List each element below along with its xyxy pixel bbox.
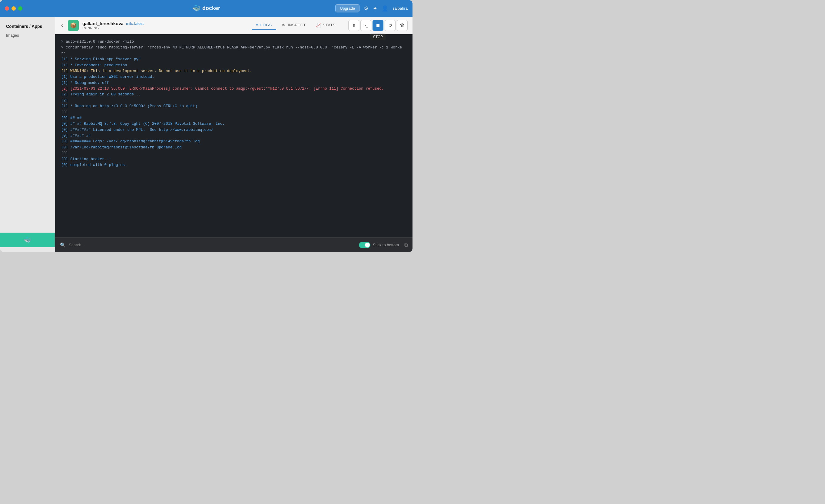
search-icon: 🔍 bbox=[60, 242, 66, 248]
delete-icon: 🗑 bbox=[400, 23, 404, 28]
stick-to-bottom-control: Stick to bottom bbox=[359, 242, 399, 248]
container-name: gallant_tereshkova bbox=[82, 21, 124, 26]
stop-button[interactable]: ⏹ STOP bbox=[373, 20, 383, 31]
terminal-line: [0] ######### Licensed under the MPL. Se… bbox=[61, 127, 406, 133]
restart-button[interactable]: ↺ Restart bbox=[385, 20, 395, 31]
cli-icon: >_ bbox=[363, 23, 368, 27]
terminal-line: [2] Trying again in 2.00 seconds... bbox=[61, 92, 406, 97]
docker-whale-icon: 🐳 bbox=[192, 5, 201, 12]
main-content: ‹ 📦 gallant_tereshkova milo:latest RUNNI… bbox=[55, 17, 412, 252]
terminal-line: [1] * Running on http://0.0.0.0:5000/ (P… bbox=[61, 103, 406, 110]
tab-stats[interactable]: 📈 STATS bbox=[311, 21, 340, 30]
docker-label: docker bbox=[202, 5, 220, 11]
tab-inspect[interactable]: 👁 INSPECT bbox=[278, 21, 310, 30]
container-header: ‹ 📦 gallant_tereshkova milo:latest RUNNI… bbox=[55, 17, 412, 34]
search-bar: 🔍 Stick to bottom ⧉ bbox=[55, 237, 412, 252]
open-browser-icon: ⬆ bbox=[352, 22, 356, 28]
terminal-line: [0] bbox=[61, 110, 406, 116]
terminal-line: [0] ## ## RabbitMQ 3.7.8. Copyright (C) … bbox=[61, 121, 406, 127]
settings-icon[interactable]: ⚙ bbox=[364, 5, 369, 12]
terminal-line: [2] bbox=[61, 98, 406, 103]
stats-tab-icon: 📈 bbox=[316, 23, 321, 27]
container-info: gallant_tereshkova milo:latest RUNNING bbox=[82, 21, 144, 30]
close-button[interactable] bbox=[5, 6, 9, 11]
sidebar-item-containers[interactable]: Containers / Apps bbox=[0, 21, 55, 31]
titlebar-right: Upgrade ⚙ ✦ 👤 salbahra bbox=[335, 4, 408, 12]
terminal-line: [0] Starting broker... bbox=[61, 157, 406, 162]
container-icon: 📦 bbox=[68, 20, 79, 31]
sidebar-docker-bottom[interactable]: 🐳 bbox=[0, 233, 55, 247]
stick-to-bottom-label: Stick to bottom bbox=[373, 242, 399, 247]
minimize-button[interactable] bbox=[11, 6, 16, 11]
back-button[interactable]: ‹ bbox=[60, 21, 64, 30]
terminal-line: [1] * Environment: production bbox=[61, 63, 406, 68]
terminal-line: [2] [2021-03-03 22:13:36,069: ERROR/Main… bbox=[61, 86, 406, 92]
sidebar: Containers / Apps Images 🐳 bbox=[0, 17, 55, 252]
container-status: RUNNING bbox=[82, 26, 144, 30]
terminal-output: > auto-ml@1.0.0 run-docker /milo > concu… bbox=[55, 34, 412, 237]
stop-tooltip: STOP bbox=[370, 33, 386, 40]
inspect-tab-icon: 👁 bbox=[282, 23, 286, 27]
toggle-knob bbox=[365, 242, 370, 247]
titlebar: 🐳 docker Upgrade ⚙ ✦ 👤 salbahra bbox=[0, 0, 412, 17]
container-name-row: gallant_tereshkova milo:latest bbox=[82, 21, 144, 26]
search-input[interactable] bbox=[69, 242, 356, 247]
terminal-line: [0] bbox=[61, 151, 406, 156]
terminal-line: [1] WARNING: This is a development serve… bbox=[61, 68, 406, 74]
maximize-button[interactable] bbox=[18, 6, 22, 11]
main-layout: Containers / Apps Images 🐳 ‹ 📦 gallant_t… bbox=[0, 17, 412, 252]
logs-tab-icon: ≡ bbox=[256, 23, 258, 27]
terminal-line: [0] ######### Logs: /var/log/rabbitmq/ra… bbox=[61, 139, 406, 144]
terminal-line: [0] /var/log/rabbitmq/rabbit@5149cfdda7f… bbox=[61, 145, 406, 151]
terminal-line: > concurrently 'sudo rabbitmq-server' 'c… bbox=[61, 45, 406, 57]
restart-icon: ↺ bbox=[388, 22, 392, 28]
stop-icon: ⏹ bbox=[376, 23, 380, 28]
copy-icon[interactable]: ⧉ bbox=[404, 242, 408, 248]
terminal-line: [1] * Serving Flask app "server.py" bbox=[61, 57, 406, 62]
terminal-line: [0] ###### ## bbox=[61, 133, 406, 139]
notification-icon[interactable]: ✦ bbox=[373, 5, 377, 12]
terminal-line: [0] ## ## bbox=[61, 116, 406, 121]
upgrade-button[interactable]: Upgrade bbox=[335, 4, 360, 12]
terminal-line: [1] Use a production WSGI server instead… bbox=[61, 74, 406, 80]
username-label: salbahra bbox=[392, 6, 408, 11]
cli-button[interactable]: >_ CLI bbox=[360, 20, 371, 31]
open-browser-button[interactable]: ⬆ Open in browser bbox=[348, 20, 359, 31]
terminal-line: [1] * Debug mode: off bbox=[61, 80, 406, 86]
stick-to-bottom-toggle[interactable] bbox=[359, 242, 370, 248]
tab-bar: ≡ LOGS 👁 INSPECT 📈 STATS bbox=[252, 21, 340, 30]
action-buttons: ⬆ Open in browser >_ CLI ⏹ STOP ↺ Restar… bbox=[348, 20, 408, 31]
tab-logs[interactable]: ≡ LOGS bbox=[252, 21, 276, 30]
docker-bottom-icon: 🐳 bbox=[24, 236, 31, 243]
sidebar-item-images[interactable]: Images bbox=[0, 31, 55, 40]
container-tag[interactable]: milo:latest bbox=[126, 21, 144, 26]
delete-button[interactable]: 🗑 Delete bbox=[397, 20, 408, 31]
user-avatar-icon[interactable]: 👤 bbox=[382, 5, 388, 12]
terminal-line: [0] completed with 0 plugins. bbox=[61, 162, 406, 168]
terminal-line: > auto-ml@1.0.0 run-docker /milo bbox=[61, 39, 406, 45]
app-title: 🐳 docker bbox=[192, 5, 220, 12]
traffic-lights bbox=[5, 6, 22, 11]
docker-logo: 🐳 docker bbox=[192, 5, 220, 12]
